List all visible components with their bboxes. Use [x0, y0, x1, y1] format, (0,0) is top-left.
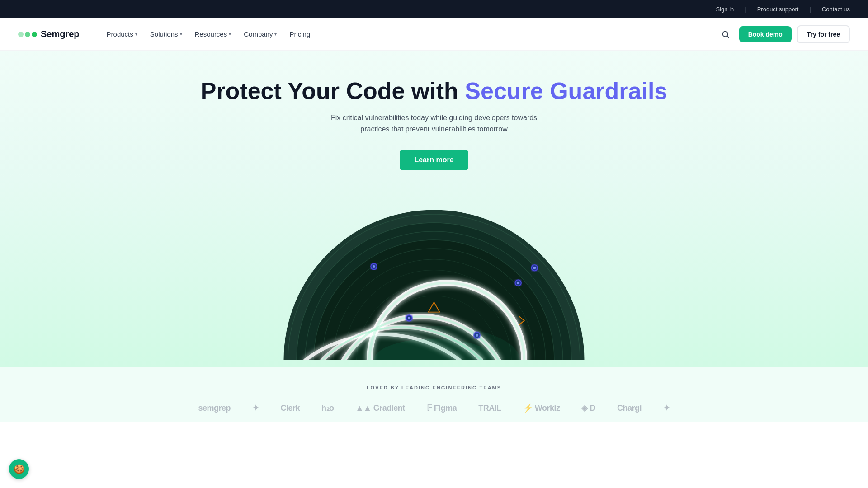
nav-item-products[interactable]: Products ▾ [101, 27, 143, 42]
chevron-down-icon-company: ▾ [274, 32, 277, 37]
product-support-link[interactable]: Product support [757, 6, 799, 13]
navbar: Semgrep Products ▾ Solutions ▾ Resources… [0, 18, 868, 51]
svg-point-5 [408, 317, 410, 319]
book-demo-button[interactable]: Book demo [739, 26, 792, 42]
nav-links: Products ▾ Solutions ▾ Resources ▾ Compa… [101, 27, 717, 42]
brand-clerk: Clerk [281, 404, 300, 413]
svg-point-3 [373, 265, 375, 268]
nav-item-pricing[interactable]: Pricing [284, 27, 316, 42]
divider2: | [809, 6, 811, 13]
brand-star2: ✦ [663, 403, 670, 413]
chevron-down-icon-products: ▾ [135, 32, 137, 37]
nav-label-pricing: Pricing [289, 30, 310, 38]
top-bar: Sign in | Product support | Contact us [0, 0, 868, 18]
arc-svg: ! [262, 188, 606, 360]
logo-text: Semgrep [41, 29, 80, 39]
nav-item-resources[interactable]: Resources ▾ [189, 27, 237, 42]
sign-in-link[interactable]: Sign in [716, 6, 734, 13]
nav-label-resources: Resources [195, 30, 227, 38]
brand-star1: ✦ [252, 403, 259, 413]
svg-point-0 [722, 31, 728, 37]
divider1: | [745, 6, 746, 13]
nav-right: Book demo Try for free [717, 25, 850, 43]
brand-chargi: Chargi [617, 404, 642, 413]
hero-section: Protect Your Code with Secure Guardrails… [0, 51, 868, 367]
logo-circle-2 [25, 32, 30, 37]
logo-circle-3 [32, 32, 37, 37]
svg-text:!: ! [433, 307, 434, 312]
brand-trail: TRAIL [478, 404, 501, 413]
nav-label-solutions: Solutions [150, 30, 178, 38]
hero-title-text: Protect Your Code with [201, 78, 465, 104]
hero-title: Protect Your Code with Secure Guardrails [201, 78, 668, 105]
logo-circles [18, 32, 37, 37]
brand-figma: 𝔽 Figma [427, 403, 457, 413]
logo-circle-1 [18, 32, 24, 37]
contact-us-link[interactable]: Contact us [822, 6, 850, 13]
try-for-free-button[interactable]: Try for free [797, 25, 850, 43]
svg-point-11 [533, 267, 536, 269]
nav-label-company: Company [244, 30, 273, 38]
nav-item-company[interactable]: Company ▾ [238, 27, 282, 42]
brand-d: ◈ D [581, 403, 595, 413]
arc-container: ! [262, 188, 606, 360]
chevron-down-icon-resources: ▾ [229, 32, 231, 37]
svg-point-9 [517, 282, 519, 284]
nav-label-products: Products [107, 30, 133, 38]
search-icon [721, 30, 730, 39]
svg-line-1 [727, 36, 729, 38]
brand-gradient: ▲▲ Gradient [356, 404, 405, 413]
loved-section: LOVED BY LEADING ENGINEERING TEAMS semgr… [0, 367, 868, 422]
hero-visual: ! [262, 188, 606, 360]
brand-workiz: ⚡ Workiz [523, 403, 560, 413]
logo-row: semgrep ✦ Clerk h₂o ▲▲ Gradient 𝔽 Figma … [18, 403, 850, 413]
brand-h2o: h₂o [321, 403, 334, 413]
nav-item-solutions[interactable]: Solutions ▾ [145, 27, 188, 42]
brand-semgrep: semgrep [198, 404, 231, 413]
search-button[interactable] [717, 26, 734, 42]
hero-title-accent: Secure Guardrails [465, 78, 667, 104]
hero-subtitle: Fix critical vulnerabilities today while… [326, 112, 542, 135]
logo[interactable]: Semgrep [18, 29, 80, 39]
chevron-down-icon-solutions: ▾ [180, 32, 182, 37]
learn-more-button[interactable]: Learn more [400, 150, 468, 170]
loved-label: LOVED BY LEADING ENGINEERING TEAMS [18, 385, 850, 390]
